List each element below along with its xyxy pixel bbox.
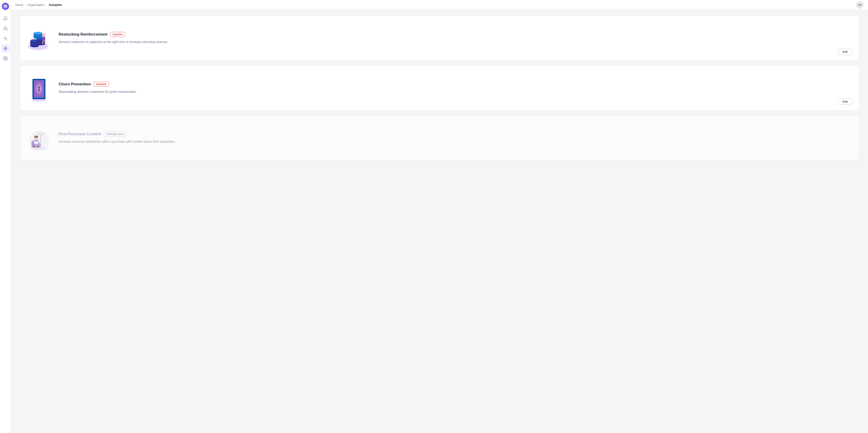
post-purchase-status-badge: Coming soon <box>104 131 126 136</box>
post-purchase-card: Post-Purchase Content Coming soon Increa… <box>20 115 859 160</box>
churn-description: Reactivating dormant customers for profi… <box>59 89 852 94</box>
svg-rect-21 <box>33 79 45 80</box>
breadcrumb: Home › Organisation › Autopilot <box>16 3 62 6</box>
post-purchase-title-row: Post-Purchase Content Coming soon <box>59 131 852 136</box>
sidebar-item-campaigns[interactable] <box>1 34 9 42</box>
breadcrumb-autopilot: Autopilot <box>49 3 62 6</box>
svg-point-43 <box>30 147 48 150</box>
svg-point-12 <box>34 32 42 34</box>
header: Home › Organisation › Autopilot OT <box>11 0 868 10</box>
svg-point-37 <box>34 135 38 138</box>
svg-point-13 <box>42 33 45 37</box>
restocking-edit-button[interactable]: Edit <box>838 49 852 55</box>
churn-status-badge: Inactive <box>94 82 109 87</box>
sidebar <box>0 0 11 433</box>
svg-point-27 <box>31 99 46 102</box>
sidebar-item-settings[interactable] <box>1 54 9 62</box>
svg-point-2 <box>5 58 6 59</box>
user-avatar[interactable]: OT <box>856 1 864 9</box>
restocking-title: Restocking Reinforcement <box>59 32 107 37</box>
breadcrumb-home[interactable]: Home <box>16 3 23 6</box>
app-logo[interactable] <box>2 3 9 10</box>
svg-point-24 <box>38 86 40 88</box>
restocking-body: Restocking Reinforcement Inactive Remind… <box>59 32 852 44</box>
main-area: Home › Organisation › Autopilot OT <box>11 0 868 433</box>
svg-line-16 <box>45 40 45 44</box>
svg-point-0 <box>4 27 6 29</box>
churn-edit-button[interactable]: Edit <box>838 98 852 105</box>
svg-rect-23 <box>44 79 45 99</box>
breadcrumb-sep-2: › <box>46 4 47 6</box>
svg-point-17 <box>27 44 49 50</box>
svg-point-32 <box>38 132 44 135</box>
breadcrumb-sep-1: › <box>25 4 26 6</box>
svg-rect-14 <box>42 37 45 40</box>
sidebar-item-autopilot[interactable] <box>1 44 9 53</box>
restocking-title-row: Restocking Reinforcement Inactive <box>59 32 852 37</box>
churn-title-row: Churn Prevention Inactive <box>59 82 852 87</box>
churn-illustration <box>27 73 52 102</box>
content-area: Restocking Reinforcement Inactive Remind… <box>11 10 868 433</box>
churn-title: Churn Prevention <box>59 82 91 87</box>
restocking-description: Remind customers to replenish at the rig… <box>59 40 852 44</box>
post-purchase-description: Increase customer satisfaction after a p… <box>59 139 852 144</box>
svg-rect-25 <box>38 88 40 92</box>
churn-body: Churn Prevention Inactive Reactivating d… <box>59 82 852 94</box>
breadcrumb-organisation[interactable]: Organisation <box>28 3 44 6</box>
svg-marker-1 <box>4 47 7 51</box>
logo-icon <box>3 4 7 8</box>
restocking-illustration <box>27 23 52 53</box>
sidebar-item-users[interactable] <box>1 25 9 33</box>
post-purchase-title: Post-Purchase Content <box>59 132 101 136</box>
post-purchase-illustration <box>27 123 52 152</box>
svg-rect-22 <box>33 79 33 99</box>
svg-rect-42 <box>34 141 38 144</box>
restocking-card: Restocking Reinforcement Inactive Remind… <box>20 16 859 61</box>
post-purchase-body: Post-Purchase Content Coming soon Increa… <box>59 131 852 144</box>
churn-card: Churn Prevention Inactive Reactivating d… <box>20 65 859 111</box>
sidebar-item-notifications[interactable] <box>1 14 9 23</box>
restocking-status-badge: Inactive <box>110 32 125 37</box>
